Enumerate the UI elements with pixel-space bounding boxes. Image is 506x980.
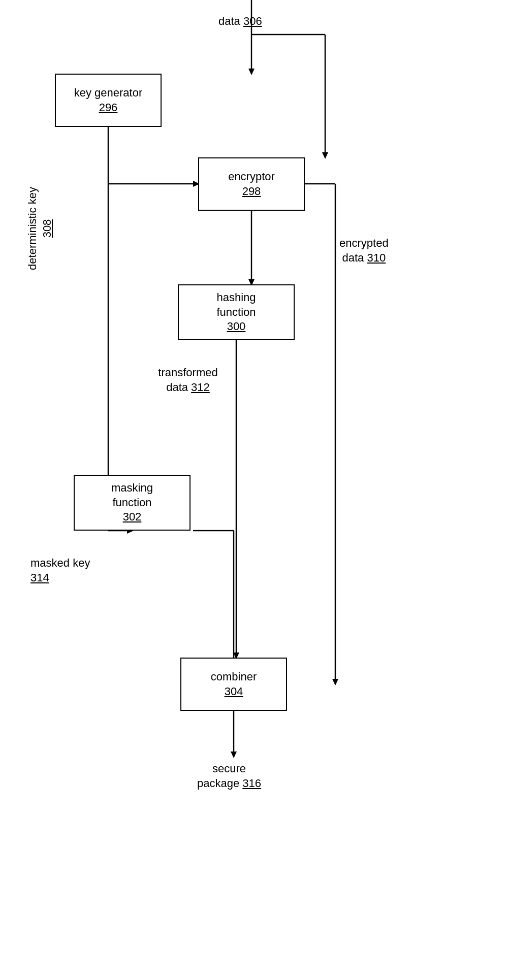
diagram-container: key generator 296 encryptor 298 hashingf… [0,0,506,980]
hashing-function-label: hashingfunction [216,290,256,319]
combiner-label: combiner [211,670,257,684]
deterministic-key-label: deterministic key 308 [25,178,54,279]
encrypted-data-label: encrypteddata 310 [339,236,389,265]
masking-function-ref: 302 [123,510,142,525]
deterministic-key-ref: 308 [41,219,53,238]
svg-marker-1 [248,69,255,75]
secure-package-ref: 316 [242,777,261,790]
key-generator-box: key generator 296 [55,74,162,127]
svg-marker-4 [322,152,328,159]
hashing-function-box: hashingfunction 300 [178,284,295,340]
transformed-data-ref: 312 [191,381,210,394]
masking-function-box: maskingfunction 302 [74,475,191,531]
data-label: data 306 [218,14,262,29]
combiner-ref: 304 [225,684,243,699]
masked-key-ref: 314 [30,571,49,584]
transformed-data-label: transformeddata 312 [150,366,226,395]
svg-marker-20 [231,752,237,758]
svg-marker-12 [332,679,338,685]
masking-function-label: maskingfunction [111,481,153,510]
key-generator-label: key generator [74,86,143,101]
encryptor-label: encryptor [228,170,275,184]
masked-key-label: masked key314 [30,556,90,585]
secure-package-label: securepackage 316 [197,762,261,791]
encryptor-box: encryptor 298 [198,157,305,211]
key-generator-ref: 296 [99,101,118,115]
hashing-function-ref: 300 [227,319,246,334]
encrypted-data-ref: 310 [367,251,386,264]
encryptor-ref: 298 [242,184,261,199]
combiner-box: combiner 304 [180,658,287,711]
data-ref: 306 [243,15,262,27]
